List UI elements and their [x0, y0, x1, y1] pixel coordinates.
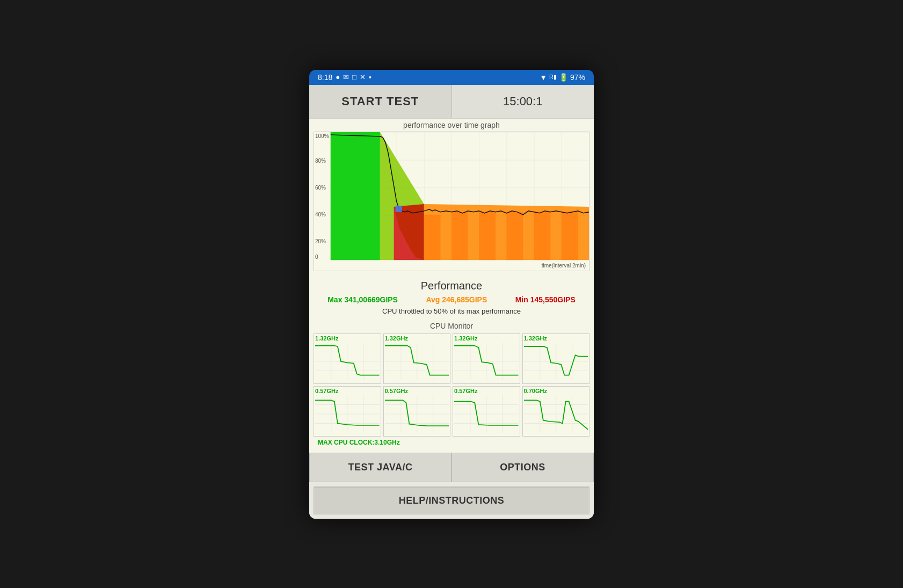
- cpu-core-0: 1.32GHz: [314, 333, 381, 384]
- top-bar: START TEST 15:00:1: [309, 85, 594, 119]
- performance-section: Performance Max 341,00669GIPS Avg 246,68…: [309, 275, 594, 320]
- y-label-40: 40%: [315, 212, 326, 217]
- timer-display: 15:00:1: [452, 85, 594, 118]
- cpu-core-2: 1.32GHz: [453, 333, 520, 384]
- cpu-graph-3: [524, 343, 588, 380]
- svg-rect-11: [396, 205, 402, 212]
- cpu-monitor-section: CPU Monitor 1.32GHz: [309, 320, 594, 453]
- x-icon: ✕: [360, 73, 366, 81]
- graph-time-label: time(interval 2min): [542, 263, 586, 268]
- cpu-graph-1: [385, 343, 449, 380]
- throttle-text: CPU throttled to 50% of its max performa…: [314, 307, 589, 315]
- cpu-freq-6: 0.57GHz: [454, 388, 519, 394]
- svg-rect-10: [562, 212, 578, 259]
- cpu-freq-4: 0.57GHz: [315, 388, 380, 394]
- status-right: ▼ R▮ 🔋 97%: [540, 73, 585, 82]
- cpu-freq-1: 1.32GHz: [385, 335, 449, 342]
- cpu-core-3: 1.32GHz: [522, 333, 590, 384]
- status-bar: 8:18 ● ✉ □ ✕ • ▼ R▮ 🔋 97%: [309, 70, 594, 85]
- svg-rect-5: [424, 214, 441, 259]
- wifi-icon: ●: [336, 73, 340, 81]
- stat-avg: Avg 246,685GIPS: [426, 295, 487, 304]
- cpu-core-1: 1.32GHz: [383, 333, 451, 384]
- help-button[interactable]: HELP/INSTRUCTIONS: [314, 487, 589, 514]
- svg-marker-1: [331, 132, 380, 260]
- max-cpu-label: MAX CPU CLOCK:3.10GHz: [314, 437, 589, 448]
- cpu-graph-7: [524, 395, 588, 433]
- performance-title: Performance: [314, 280, 589, 292]
- y-label-60: 60%: [315, 185, 326, 191]
- cpu-monitor-title: CPU Monitor: [314, 322, 589, 330]
- instagram-icon: □: [352, 73, 356, 81]
- svg-rect-6: [452, 212, 468, 259]
- cpu-graph-5: [385, 395, 449, 433]
- cpu-freq-7: 0.70GHz: [524, 388, 588, 394]
- cpu-core-7: 0.70GHz: [522, 386, 590, 437]
- cpu-core-5: 0.57GHz: [383, 386, 451, 437]
- start-test-button[interactable]: START TEST: [309, 85, 452, 118]
- cpu-graph-2: [454, 343, 519, 380]
- battery-icon: 🔋: [559, 73, 568, 82]
- bottom-buttons: TEST JAVA/C OPTIONS: [309, 453, 594, 482]
- cpu-core-4: 0.57GHz: [314, 386, 381, 437]
- graph-container: 100% 80% 60% 40% 20% 0: [314, 132, 589, 271]
- svg-rect-7: [479, 212, 496, 259]
- cpu-freq-2: 1.32GHz: [454, 335, 519, 342]
- y-label-80: 80%: [315, 158, 326, 164]
- options-button[interactable]: OPTIONS: [452, 453, 594, 482]
- cpu-graph-4: [315, 395, 380, 433]
- app-content: START TEST 15:00:1 performance over time…: [309, 85, 594, 519]
- cpu-core-6: 0.57GHz: [453, 386, 520, 437]
- graph-section: performance over time graph 100% 80% 60%…: [309, 119, 594, 275]
- cpu-graph-0: [315, 343, 380, 380]
- cpu-grid: 1.32GHz 1.32GHz: [314, 333, 589, 437]
- svg-rect-9: [534, 212, 551, 259]
- graph-title: performance over time graph: [314, 121, 589, 129]
- performance-graph-svg: [314, 132, 589, 271]
- signal-wifi-icon: ▼: [540, 73, 547, 82]
- battery-percent: 97%: [570, 73, 585, 82]
- cpu-freq-3: 1.32GHz: [524, 335, 588, 342]
- stat-max: Max 341,00669GIPS: [327, 295, 398, 304]
- cpu-freq-0: 1.32GHz: [315, 335, 380, 342]
- status-left: 8:18 ● ✉ □ ✕ •: [318, 73, 372, 82]
- y-label-0: 0: [315, 254, 318, 260]
- svg-marker-3: [394, 204, 424, 259]
- cpu-freq-5: 0.57GHz: [385, 388, 449, 394]
- time-display: 8:18: [318, 73, 332, 82]
- phone-frame: 8:18 ● ✉ □ ✕ • ▼ R▮ 🔋 97% START TEST 15:…: [309, 70, 594, 519]
- y-label-20: 20%: [315, 238, 326, 244]
- stat-min: Min 145,550GIPS: [515, 295, 576, 304]
- cpu-graph-6: [454, 395, 519, 433]
- y-label-100: 100%: [315, 133, 329, 139]
- performance-stats: Max 341,00669GIPS Avg 246,685GIPS Min 14…: [314, 295, 589, 304]
- svg-rect-8: [506, 212, 523, 259]
- cellular-icon: R▮: [549, 74, 557, 81]
- whatsapp-icon: ✉: [343, 73, 349, 81]
- test-java-button[interactable]: TEST JAVA/C: [309, 453, 452, 482]
- dot-icon: •: [369, 73, 372, 82]
